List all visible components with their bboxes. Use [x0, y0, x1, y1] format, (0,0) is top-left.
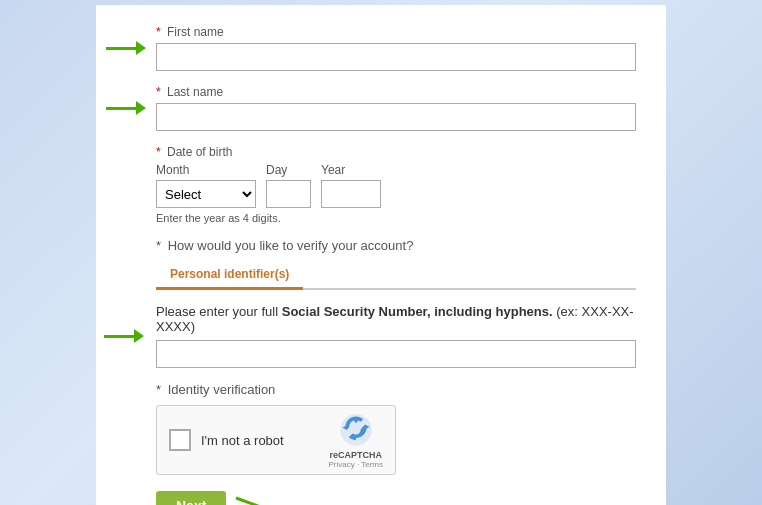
identity-label: * Identity verification — [156, 382, 636, 397]
ssn-section: Please enter your full Social Security N… — [156, 304, 636, 368]
first-name-group: * First name — [156, 25, 636, 71]
last-name-required: * — [156, 85, 161, 99]
verify-tabs: Personal identifier(s) — [156, 261, 636, 290]
next-arrow-icon — [231, 493, 311, 505]
last-name-label: * Last name — [156, 85, 636, 99]
recaptcha-icon — [338, 412, 374, 448]
first-name-input[interactable] — [156, 43, 636, 71]
month-select[interactable]: Select January February March April May … — [156, 180, 256, 208]
captcha-right: reCAPTCHA Privacy · Terms — [328, 412, 383, 469]
first-name-required: * — [156, 25, 161, 39]
year-input[interactable] — [321, 180, 381, 208]
first-name-label-text: First name — [167, 25, 224, 39]
dob-label-text: Date of birth — [167, 145, 232, 159]
svg-line-0 — [236, 498, 291, 505]
page-wrapper: * First name * Last name * Date of birth… — [0, 0, 762, 505]
last-name-input[interactable] — [156, 103, 636, 131]
recaptcha-brand: reCAPTCHA — [329, 450, 382, 460]
captcha-box[interactable]: I'm not a robot reCAPTCHA Privacy · Term… — [156, 405, 396, 475]
day-field-group: Day — [266, 163, 311, 208]
first-name-label: * First name — [156, 25, 636, 39]
ssn-label-prefix: Please enter your full — [156, 304, 282, 319]
year-hint: Enter the year as 4 digits. — [156, 212, 636, 224]
form-container: * First name * Last name * Date of birth… — [96, 5, 666, 505]
next-button-label: Next — [176, 498, 206, 505]
verify-question-text: How would you like to verify your accoun… — [168, 238, 414, 253]
last-name-label-text: Last name — [167, 85, 223, 99]
identity-required: * — [156, 382, 161, 397]
first-name-arrow — [106, 41, 146, 55]
verify-section: * How would you like to verify your acco… — [156, 238, 636, 290]
month-label: Month — [156, 163, 256, 177]
identity-label-text: Identity verification — [168, 382, 276, 397]
tab-personal-identifier[interactable]: Personal identifier(s) — [156, 261, 303, 290]
dob-label: * Date of birth — [156, 145, 636, 159]
dob-fields: Month Select January February March Apri… — [156, 163, 636, 208]
verify-question: * How would you like to verify your acco… — [156, 238, 636, 253]
month-field-group: Month Select January February March Apri… — [156, 163, 256, 208]
ssn-arrow — [104, 329, 144, 343]
next-button-wrapper: Next — [156, 491, 226, 505]
day-input[interactable] — [266, 180, 311, 208]
day-label: Day — [266, 163, 311, 177]
tab-personal-identifier-label: Personal identifier(s) — [170, 267, 289, 281]
ssn-input[interactable] — [156, 340, 636, 368]
identity-section: * Identity verification I'm not a robot — [156, 382, 636, 475]
recaptcha-links: Privacy · Terms — [328, 460, 383, 469]
captcha-text: I'm not a robot — [201, 433, 284, 448]
verify-required: * — [156, 238, 161, 253]
captcha-left: I'm not a robot — [169, 429, 284, 451]
dob-required: * — [156, 145, 161, 159]
year-label: Year — [321, 163, 381, 177]
next-button[interactable]: Next — [156, 491, 226, 505]
year-field-group: Year — [321, 163, 381, 208]
captcha-checkbox[interactable] — [169, 429, 191, 451]
last-name-arrow — [106, 101, 146, 115]
ssn-label: Please enter your full Social Security N… — [156, 304, 636, 334]
last-name-group: * Last name — [156, 85, 636, 131]
dob-section: * Date of birth Month Select January Feb… — [156, 145, 636, 224]
ssn-label-bold: Social Security Number, including hyphen… — [282, 304, 553, 319]
